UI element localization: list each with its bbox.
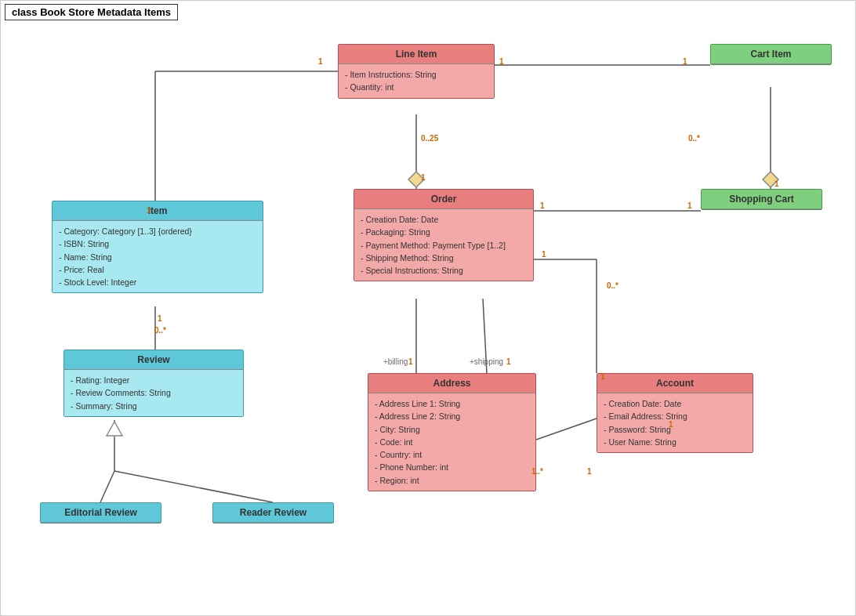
class-item: Item Category: Category [1..3] {ordered}…: [52, 201, 263, 293]
class-cart-item: Cart Item: [710, 44, 832, 65]
mult-shoppingcart-top: 0..*: [688, 134, 700, 143]
mult-billing: 1: [408, 357, 413, 366]
mult-lineitem-left: 1: [318, 57, 323, 66]
diagram-container: class Book Store Metadata Items: [0, 0, 856, 616]
mult-item-lineitem: 1: [147, 206, 151, 215]
mult-address-right: 1..*: [531, 467, 543, 476]
class-shopping-cart: Shopping Cart: [701, 189, 822, 210]
svg-line-17: [536, 419, 597, 440]
svg-marker-12: [107, 422, 122, 436]
mult-shipping: 1: [506, 357, 511, 366]
class-address-body: Address Line 1: String Address Line 2: S…: [368, 393, 535, 491]
diagram-title: class Book Store Metadata Items: [5, 4, 178, 20]
mult-cartitem-left: 1: [683, 57, 687, 66]
class-cart-item-header: Cart Item: [711, 45, 831, 64]
class-account-body: Creation Date: Date Email Address: Strin…: [597, 393, 753, 452]
mult-order-top: 0..25: [421, 134, 438, 143]
mult-account-addr: 1: [587, 467, 592, 476]
mult-item-review-bottom: 0..*: [154, 326, 166, 335]
class-line-item-body: Item Instructions: String Quantity: int: [339, 64, 494, 98]
class-reader-review: Reader Review: [212, 502, 334, 524]
class-editorial-review: Editorial Review: [40, 502, 161, 524]
mult-account-top: 1: [669, 420, 673, 429]
class-order-body: Creation Date: Date Packaging: String Pa…: [354, 209, 533, 281]
svg-line-11: [114, 471, 273, 502]
class-review: Review Rating: Integer Review Comments: …: [63, 350, 244, 417]
class-review-header: Review: [64, 350, 243, 370]
class-shopping-cart-header: Shopping Cart: [702, 190, 822, 209]
class-line-item: Line Item Item Instructions: String Quan…: [338, 44, 495, 99]
mult-order-account-left: 1: [542, 250, 546, 259]
mult-order-diamond: 1: [421, 173, 426, 182]
mult-order-acct2: 1: [600, 372, 605, 381]
class-account: Account Creation Date: Date Email Addres…: [597, 373, 753, 453]
class-item-body: Category: Category [1..3] {ordered} ISBN…: [53, 221, 263, 292]
class-address: Address Address Line 1: String Address L…: [368, 373, 536, 491]
class-account-header: Account: [597, 374, 753, 393]
class-order-header: Order: [354, 190, 533, 209]
role-billing: +billing: [383, 357, 408, 366]
class-review-body: Rating: Integer Review Comments: String …: [64, 370, 243, 416]
mult-order-shoppingcart-left: 1: [540, 201, 545, 210]
class-address-header: Address: [368, 374, 535, 393]
class-reader-review-header: Reader Review: [213, 503, 333, 523]
svg-line-10: [100, 471, 114, 502]
role-shipping: +shipping: [470, 357, 503, 366]
class-order: Order Creation Date: Date Packaging: Str…: [354, 189, 534, 281]
mult-order-shoppingcart-right: 1: [687, 201, 692, 210]
mult-shoppingcart-diamond: 1: [774, 179, 779, 188]
class-line-item-header: Line Item: [339, 45, 494, 64]
mult-lineitem-right: 1: [499, 57, 504, 66]
mult-order-account-right: 0..*: [607, 281, 618, 290]
class-editorial-review-header: Editorial Review: [41, 503, 161, 523]
mult-item-review-top: 1: [158, 314, 162, 323]
class-item-header: Item: [53, 201, 263, 221]
